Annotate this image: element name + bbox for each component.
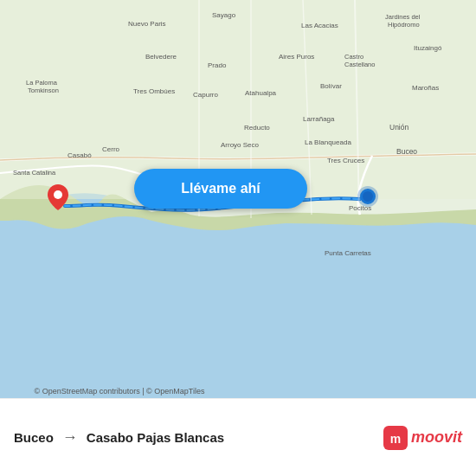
svg-point-35 xyxy=(54,190,62,199)
destination-label: Casabo Pajas Blancas xyxy=(87,430,224,445)
svg-text:Reductо: Reductо xyxy=(244,124,270,132)
svg-text:Cerro: Cerro xyxy=(102,145,120,153)
svg-text:Pocitos: Pocitos xyxy=(349,204,371,212)
svg-text:Aires Puros: Aires Puros xyxy=(279,53,314,61)
svg-text:Atahualpa: Atahualpa xyxy=(245,89,277,97)
svg-text:Punta Carretas: Punta Carretas xyxy=(325,249,371,257)
svg-text:Tomkinson: Tomkinson xyxy=(28,87,59,94)
svg-text:Castro: Castro xyxy=(344,53,363,61)
svg-text:Santa Catalina: Santa Catalina xyxy=(13,169,56,177)
moovit-brand-icon: m xyxy=(383,426,408,450)
arrow-icon: → xyxy=(62,428,78,447)
svg-text:Tres Cruces: Tres Cruces xyxy=(327,157,364,164)
svg-text:Sayago: Sayago xyxy=(212,11,236,19)
svg-text:Prado: Prado xyxy=(208,61,227,69)
svg-text:m: m xyxy=(390,432,401,446)
route-info: Buceo → Casabo Pajas Blancas xyxy=(14,428,383,447)
svg-text:Jardines del: Jardines del xyxy=(385,13,421,21)
svg-text:Hipódromo: Hipódromo xyxy=(388,21,420,29)
svg-text:Maroñas: Maroñas xyxy=(412,84,439,92)
origin-pin xyxy=(48,184,68,210)
svg-text:Bolívar: Bolívar xyxy=(320,82,342,90)
svg-text:Nuevo Paris: Nuevo Paris xyxy=(128,20,166,28)
svg-text:© OpenStreetMap contributors |: © OpenStreetMap contributors | © OpenMap… xyxy=(35,387,205,396)
navigate-button[interactable]: Llévame ahí xyxy=(134,169,307,209)
svg-text:Arroyo Seco: Arroyo Seco xyxy=(221,141,260,149)
svg-text:Ituzaingó: Ituzaingó xyxy=(414,44,442,52)
footer: Buceo → Casabo Pajas Blancas m moovit xyxy=(0,398,476,476)
svg-text:Larrañaga: Larrañaga xyxy=(303,115,335,123)
svg-text:La Blanqueada: La Blanqueada xyxy=(305,138,351,146)
origin-label: Buceo xyxy=(14,430,54,445)
svg-text:Las Acacias: Las Acacias xyxy=(301,22,338,29)
moovit-logo: m moovit xyxy=(383,426,462,450)
svg-text:Tres Ombúes: Tres Ombúes xyxy=(133,87,175,95)
destination-pin xyxy=(360,189,376,204)
svg-text:Belvedere: Belvedere xyxy=(145,53,177,61)
map-container: Nuevo Paris Sayago Las Acacias Jardines … xyxy=(0,0,476,398)
svg-text:Castellano: Castellano xyxy=(344,61,375,68)
svg-text:La Paloma: La Paloma xyxy=(26,79,58,87)
moovit-text: moovit xyxy=(411,428,462,447)
svg-text:Casabó: Casabó xyxy=(68,151,92,159)
svg-text:Unión: Unión xyxy=(389,123,408,132)
svg-text:Buceo: Buceo xyxy=(396,147,417,156)
svg-text:Capurro: Capurro xyxy=(193,91,218,99)
